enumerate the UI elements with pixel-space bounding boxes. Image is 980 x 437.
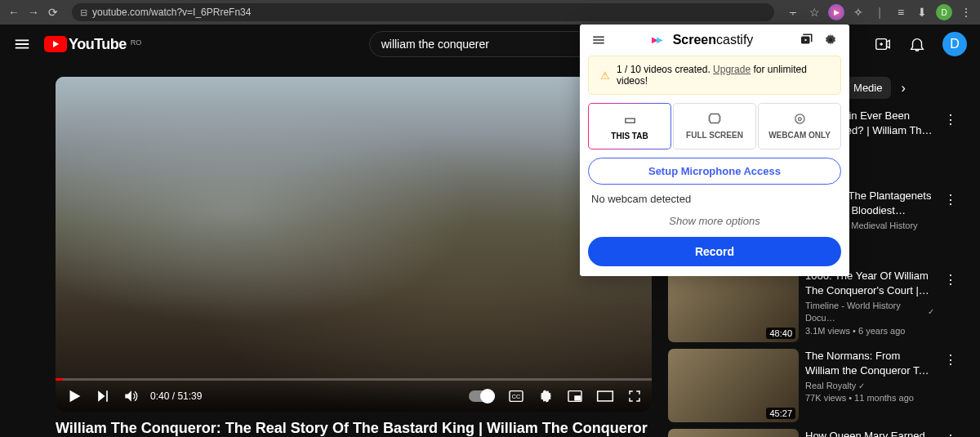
rec-meta: 77K views • 11 months ago: [805, 392, 934, 404]
install-app-icon[interactable]: ⫟: [786, 5, 800, 20]
tab-full-screen[interactable]: 🖵FULL SCREEN: [673, 103, 756, 149]
browser-toolbar: ← → ⟳ ⊟ youtube.com/watch?v=I_6PRreFn34 …: [0, 0, 980, 25]
rec-meta: 3.1M views • 6 years ago: [805, 325, 934, 337]
url-text: youtube.com/watch?v=I_6PRreFn34: [92, 7, 251, 18]
captions-icon[interactable]: CC: [508, 390, 524, 403]
screencastify-logo: Screencastify: [652, 33, 754, 47]
svg-text:CC: CC: [512, 393, 520, 400]
video-player[interactable]: 0:40 / 51:39 CC: [56, 77, 652, 412]
rec-channel: Timeline - World History Docu… ✓: [805, 300, 934, 325]
rec-menu-icon[interactable]: ⋮: [941, 189, 960, 262]
media-controls-icon[interactable]: ≡: [893, 5, 908, 20]
popup-settings-icon[interactable]: [823, 33, 838, 47]
webcam-icon: ⦾: [762, 112, 837, 127]
video-title: William The Conqueror: The Real Story Of…: [56, 420, 652, 437]
warning-icon: ⚠: [600, 69, 610, 82]
chevron-right-icon[interactable]: ›: [901, 81, 905, 96]
user-avatar[interactable]: D: [942, 32, 967, 56]
next-icon[interactable]: [95, 388, 111, 404]
downloads-icon[interactable]: ⬇: [915, 5, 929, 20]
divider: |: [872, 5, 887, 20]
bookmark-icon[interactable]: ☆: [807, 5, 822, 20]
volume-icon[interactable]: [122, 388, 139, 404]
rec-title: How Queen Mary Earned Her Bloody Reputat…: [805, 429, 934, 437]
popup-hamburger-icon[interactable]: [591, 33, 606, 47]
browser-profile-avatar[interactable]: D: [936, 4, 952, 20]
hamburger-icon[interactable]: [13, 35, 31, 53]
recommendation-item[interactable]: 48:401066: The Year Of William The Conqu…: [668, 269, 960, 342]
videos-icon[interactable]: [799, 33, 813, 47]
tab-webcam[interactable]: ⦾WEBCAM ONLY: [758, 103, 841, 149]
webcam-status: No webcam detected: [580, 193, 849, 212]
play-icon[interactable]: [65, 387, 83, 405]
create-icon[interactable]: [874, 35, 892, 53]
time-display: 0:40 / 51:39: [150, 390, 202, 402]
show-more-options[interactable]: Show more options: [580, 212, 849, 237]
youtube-logo[interactable]: YouTube RO: [44, 36, 141, 53]
url-bar[interactable]: ⊟ youtube.com/watch?v=I_6PRreFn34: [72, 3, 774, 21]
record-button[interactable]: Record: [588, 237, 841, 266]
thumbnail[interactable]: 48:06: [668, 429, 799, 437]
rec-menu-icon[interactable]: ⋮: [941, 109, 960, 182]
settings-icon[interactable]: [537, 388, 554, 404]
forward-icon[interactable]: →: [26, 5, 41, 20]
chip-topic[interactable]: Medie: [844, 77, 891, 99]
extensions-icon[interactable]: ✧: [851, 5, 866, 20]
notifications-icon[interactable]: [908, 35, 926, 53]
duration-badge: 48:40: [766, 328, 795, 339]
monitor-icon: 🖵: [677, 112, 752, 127]
setup-microphone-button[interactable]: Setup Microphone Access: [588, 158, 841, 185]
browser-menu-icon[interactable]: ⋮: [959, 5, 973, 20]
thumbnail[interactable]: 48:40: [668, 269, 799, 342]
upgrade-link[interactable]: Upgrade: [713, 64, 751, 75]
recommendation-item[interactable]: 48:06How Queen Mary Earned Her Bloody Re…: [668, 429, 960, 437]
screencastify-extension-icon[interactable]: ▶: [828, 4, 844, 20]
upgrade-banner: ⚠ 1 / 10 videos created. Upgrade for unl…: [588, 56, 841, 95]
rec-title: The Normans: From William the Conqueror …: [805, 349, 934, 377]
reload-icon[interactable]: ⟳: [46, 5, 60, 20]
site-info-icon[interactable]: ⊟: [80, 7, 87, 18]
tab-this-tab[interactable]: ▭THIS TAB: [588, 103, 671, 149]
thumbnail[interactable]: 45:27: [668, 349, 799, 422]
back-icon[interactable]: ←: [7, 5, 21, 20]
tab-icon: ▭: [592, 112, 667, 127]
svg-rect-4: [575, 396, 580, 400]
rec-menu-icon[interactable]: ⋮: [941, 349, 960, 422]
verified-icon: ✓: [928, 306, 934, 318]
rec-menu-icon[interactable]: ⋮: [941, 429, 960, 437]
miniplayer-icon[interactable]: [567, 390, 583, 403]
theater-icon[interactable]: [596, 390, 614, 403]
duration-badge: 45:27: [766, 408, 795, 419]
verified-icon: ✓: [858, 381, 865, 392]
screencastify-popup: Screencastify ⚠ 1 / 10 videos created. U…: [580, 25, 849, 276]
fullscreen-icon[interactable]: [627, 389, 642, 404]
autoplay-toggle[interactable]: [469, 390, 495, 402]
rec-channel: Real Royalty ✓: [805, 380, 934, 392]
rec-menu-icon[interactable]: ⋮: [941, 269, 960, 342]
recommendation-item[interactable]: 45:27The Normans: From William the Conqu…: [668, 349, 960, 422]
svg-rect-5: [598, 391, 613, 401]
